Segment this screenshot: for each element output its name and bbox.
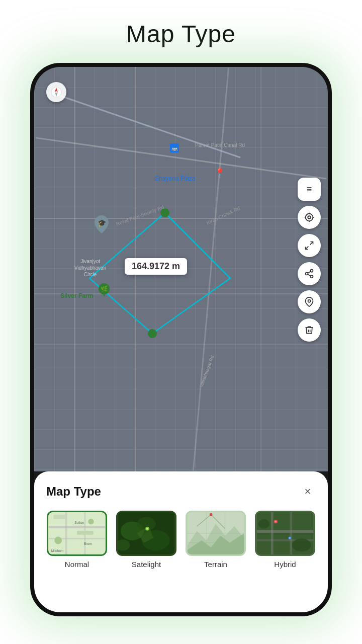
- satelight-thumbnail: [116, 511, 176, 556]
- map-type-hybrid[interactable]: Hybrid: [255, 511, 315, 569]
- svg-rect-27: [65, 512, 67, 554]
- svg-point-60: [289, 537, 291, 539]
- location-button[interactable]: [298, 206, 321, 229]
- terrain-label: Terrain: [204, 560, 227, 569]
- svg-point-10: [308, 216, 311, 219]
- right-toolbar: ≡: [298, 178, 321, 342]
- phone-frame: 164.9172 m Shayona Plaza Parvat Patia Ca…: [30, 63, 332, 616]
- jivanjyot-label: Jivanjyot Vidhyabhavan Circle: [74, 258, 106, 278]
- share-icon: [304, 269, 314, 279]
- menu-icon: ≡: [307, 184, 312, 195]
- svg-point-42: [146, 528, 148, 530]
- terrain-thumbnail: [186, 511, 246, 556]
- svg-rect-25: [49, 526, 105, 528]
- delete-button[interactable]: [298, 318, 321, 342]
- menu-button[interactable]: ≡: [298, 178, 321, 201]
- svg-text:Mitcham: Mitcham: [51, 549, 64, 552]
- map-type-terrain[interactable]: Terrain: [186, 511, 246, 569]
- silver-farm-pin: 🌿: [99, 283, 110, 298]
- school-pin: 🎓: [95, 215, 109, 235]
- svg-text:Sutton: Sutton: [74, 521, 84, 524]
- svg-point-20: [311, 275, 313, 278]
- svg-rect-52: [271, 512, 274, 554]
- normal-label: Normal: [65, 560, 89, 569]
- expand-button[interactable]: [298, 234, 321, 257]
- map-types-grid: Mitcham Sutton Brom Normal: [46, 511, 316, 569]
- close-button[interactable]: ×: [300, 484, 316, 500]
- svg-text:🌿: 🌿: [101, 285, 108, 292]
- svg-text:Brom: Brom: [84, 542, 92, 545]
- svg-point-3: [148, 329, 157, 338]
- pin-icon: [304, 297, 314, 307]
- svg-text:🎓: 🎓: [98, 219, 107, 227]
- svg-line-21: [308, 274, 311, 276]
- expand-icon: [304, 240, 314, 251]
- svg-rect-30: [77, 531, 94, 534]
- map-area[interactable]: 164.9172 m Shayona Plaza Parvat Patia Ca…: [34, 67, 328, 471]
- svg-point-19: [306, 273, 308, 275]
- svg-rect-53: [290, 512, 292, 554]
- shayona-plaza-label: Shayona Plaza: [155, 175, 196, 182]
- map-type-sheet: Map Type × Mitcham: [34, 471, 328, 612]
- parvat-road-label: Parvat Patia Canal Rd: [195, 142, 245, 148]
- pin-button[interactable]: [298, 290, 321, 313]
- svg-point-11: [306, 214, 313, 221]
- svg-point-48: [210, 513, 213, 516]
- hybrid-thumbnail: [255, 511, 315, 556]
- bus-stop-icon: 🚌: [170, 143, 179, 152]
- svg-rect-29: [53, 515, 65, 519]
- satelight-label: Satelight: [132, 560, 161, 569]
- vesu-pin: 📍: [214, 168, 225, 179]
- page-title: Map Type: [126, 20, 236, 48]
- svg-rect-50: [257, 530, 313, 533]
- normal-thumbnail: Mitcham Sutton Brom: [47, 511, 107, 556]
- sheet-header: Map Type ×: [46, 484, 316, 500]
- share-button[interactable]: [298, 262, 321, 285]
- map-type-normal[interactable]: Mitcham Sutton Brom Normal: [47, 511, 107, 569]
- svg-point-31: [54, 537, 62, 544]
- silver-farm-label: Silver Farm: [60, 292, 93, 299]
- hybrid-label: Hybrid: [274, 560, 296, 569]
- svg-line-16: [310, 242, 313, 245]
- svg-point-54: [258, 519, 269, 529]
- compass[interactable]: [46, 82, 66, 102]
- svg-point-18: [311, 270, 313, 272]
- svg-point-58: [275, 521, 277, 523]
- delete-icon: [304, 325, 314, 335]
- map-type-satelight[interactable]: Satelight: [116, 511, 176, 569]
- svg-point-23: [308, 300, 311, 302]
- svg-line-22: [308, 271, 311, 273]
- svg-point-55: [292, 538, 311, 551]
- distance-label: 164.9172 m: [125, 258, 187, 275]
- svg-point-32: [88, 519, 94, 524]
- svg-line-17: [306, 247, 309, 250]
- svg-point-56: [277, 543, 288, 552]
- sheet-title: Map Type: [46, 485, 101, 499]
- location-icon: [304, 212, 315, 223]
